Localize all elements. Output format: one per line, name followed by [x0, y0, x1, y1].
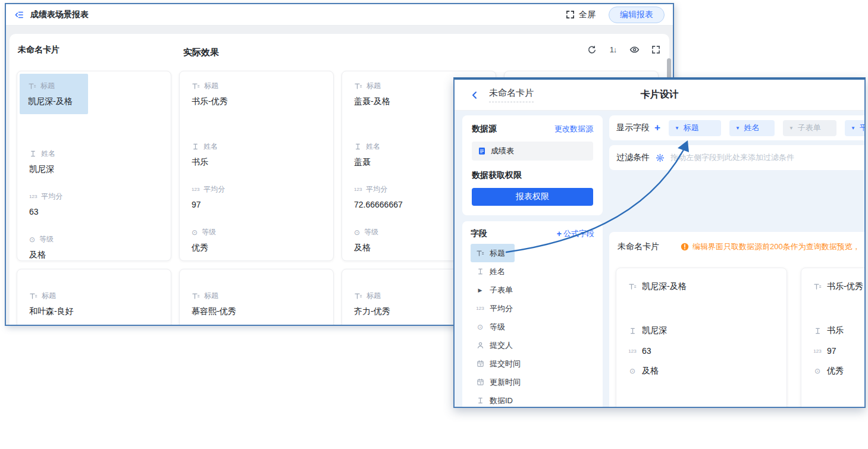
display-fields-bar: 显示字段 + ▼ 标题 ▼ 姓名 ▼ 子表单: [609, 115, 864, 140]
field-item-submitter[interactable]: 提交人: [471, 336, 594, 354]
field-label: 姓名: [203, 142, 218, 152]
field-item-grade[interactable]: ⊙ 等级: [471, 318, 594, 336]
title-field-icon: [354, 292, 362, 300]
text-field-icon: [476, 268, 484, 275]
card-preview-panel: 未命名卡片 编辑界面只取数据源前200条作为查询数据预览，实 凯尼深-及格: [609, 232, 864, 407]
report-permission-button[interactable]: 报表权限: [472, 188, 593, 206]
field-item-submit-time[interactable]: 提交时间: [471, 354, 594, 373]
fields-heading: 字段: [471, 228, 487, 239]
field-label: 标题: [204, 291, 218, 301]
field-item-title[interactable]: 标题: [471, 244, 515, 262]
radio-field-icon: ⊙: [29, 236, 35, 243]
preview-cards-row: 凯尼深-及格 凯尼深 123 63 ⊙: [616, 268, 864, 407]
datasource-name: 成绩表: [491, 146, 514, 156]
datasource-heading: 数据源: [472, 124, 497, 134]
add-display-field-icon[interactable]: +: [654, 122, 660, 134]
avg-value: 97: [192, 199, 321, 211]
display-fields-label: 显示字段: [616, 123, 650, 133]
gear-icon[interactable]: [656, 153, 665, 162]
record-card[interactable]: 标题 书乐-优秀 姓名 书乐 123 平均分 97 ⊙ 等级: [179, 71, 334, 261]
title-field-icon: [813, 282, 822, 291]
edit-report-button[interactable]: 编辑报表: [609, 7, 665, 23]
grade-value: 及格: [642, 366, 659, 376]
field-label: 等级: [202, 227, 216, 237]
radio-field-icon: ⊙: [354, 229, 360, 236]
chip-subform[interactable]: ▼ 子表单: [783, 120, 836, 136]
chevron-down-icon[interactable]: ▼: [675, 125, 679, 131]
name-value: 书乐: [192, 156, 321, 168]
permission-heading: 数据获取权限: [472, 170, 593, 181]
field-label: 标题: [366, 291, 381, 301]
field-label: 等级: [39, 234, 54, 244]
fullscreen-icon[interactable]: [651, 45, 661, 55]
name-value: 书乐: [827, 325, 844, 336]
title-field-icon: [192, 82, 200, 90]
text-field-icon: [354, 143, 362, 150]
field-item-update-time[interactable]: 更新时间: [471, 373, 594, 391]
text-field-icon: [813, 327, 822, 335]
sort-icon[interactable]: 1↓: [608, 45, 618, 55]
eye-icon[interactable]: [629, 45, 640, 55]
field-item-average[interactable]: 123 平均分: [471, 299, 594, 318]
grade-value: 及格: [29, 249, 159, 260]
change-datasource-link[interactable]: 更改数据源: [554, 124, 593, 134]
preview-card-name: 未命名卡片: [618, 241, 659, 252]
preview-record-card[interactable]: 凯尼深-及格 凯尼深 123 63 ⊙: [616, 268, 787, 407]
field-item-subform[interactable]: ▶ 子表单: [471, 281, 594, 299]
filter-bar: 过滤条件 拖动左侧字段到此处来添加过滤条件: [609, 145, 864, 170]
record-card[interactable]: 标题 和叶森-良好: [17, 269, 171, 326]
preview-warning: 编辑界面只取数据源前200条作为查询数据预览，实: [681, 241, 858, 252]
chip-title[interactable]: ▼ 标题: [669, 120, 721, 136]
fields-panel: 字段 + 公式字段 标题 姓名: [462, 221, 603, 408]
refresh-icon[interactable]: [587, 45, 597, 55]
datasource-panel: 数据源 更改数据源 成绩表 数据获取权限 报表权限: [462, 115, 603, 215]
form-doc-icon: [478, 147, 486, 155]
title-value: 慕容熙-优秀: [192, 305, 321, 317]
calendar-icon: [476, 360, 484, 368]
number-field-icon: 123: [813, 348, 822, 354]
field-label: 平均分: [203, 184, 225, 194]
field-item-data-id[interactable]: 数据ID: [471, 391, 594, 408]
collapse-sidebar-icon[interactable]: [14, 10, 24, 20]
subform-expand-icon[interactable]: ▶: [476, 287, 484, 293]
record-card[interactable]: 标题 慕容熙-优秀: [179, 269, 334, 326]
name-value: 凯尼深: [642, 325, 667, 336]
person-icon: [476, 341, 484, 349]
fullscreen-button[interactable]: 全屏: [565, 10, 596, 20]
display-field-chips: ▼ 标题 ▼ 姓名 ▼ 子表单 ▼ 平均分: [669, 120, 864, 136]
title-value: 凯尼深-及格: [28, 95, 73, 107]
title-value: 书乐-优秀: [827, 281, 863, 292]
report-title: 成绩表场景报表: [30, 10, 89, 20]
avg-value: 97: [827, 346, 836, 356]
number-field-icon: 123: [354, 187, 362, 192]
title-value: 凯尼深-及格: [642, 281, 687, 292]
card-design-header: 未命名卡片 卡片设计: [455, 80, 864, 111]
title-value: 和叶森-良好: [29, 305, 159, 317]
chevron-down-icon[interactable]: ▼: [735, 125, 740, 131]
field-label: 平均分: [366, 184, 387, 194]
title-field-icon: [476, 249, 484, 258]
chip-name[interactable]: ▼ 姓名: [729, 120, 775, 136]
report-header: 成绩表场景报表 全屏 编辑报表: [6, 4, 673, 26]
add-formula-field-link[interactable]: + 公式字段: [557, 228, 594, 239]
card-design-window: 未命名卡片 卡片设计 数据源 更改数据源 成绩表 数据获取权限 报表权限: [453, 77, 866, 408]
chevron-down-icon[interactable]: ▼: [851, 125, 856, 131]
filter-dropzone-placeholder[interactable]: 拖动左侧字段到此处来添加过滤条件: [670, 152, 794, 163]
calendar-icon: [476, 378, 484, 386]
radio-field-icon: ⊙: [813, 368, 822, 375]
name-value: 凯尼深: [29, 163, 159, 175]
page-title: 卡片设计: [455, 89, 864, 101]
field-label: 标题: [40, 81, 55, 91]
field-label: 等级: [364, 227, 378, 237]
field-item-name[interactable]: 姓名: [471, 262, 594, 281]
title-field-highlight[interactable]: 标题 凯尼深-及格: [20, 74, 88, 114]
field-list: 标题 姓名 ▶ 子表单 123 平均分: [471, 244, 594, 408]
record-card[interactable]: 标题 凯尼深-及格 姓名 凯尼深 123 平均分 63 ⊙ 等级: [17, 71, 171, 261]
card-toolbar: 1↓: [587, 45, 661, 55]
fullscreen-icon: [565, 10, 575, 20]
chevron-down-icon[interactable]: ▼: [789, 125, 794, 131]
preview-record-card[interactable]: 书乐-优秀 书乐 123 97 ⊙ 优秀: [801, 268, 864, 407]
datasource-item[interactable]: 成绩表: [472, 142, 593, 161]
chip-average[interactable]: ▼ 平均分: [845, 120, 864, 136]
fullscreen-label: 全屏: [579, 10, 596, 20]
